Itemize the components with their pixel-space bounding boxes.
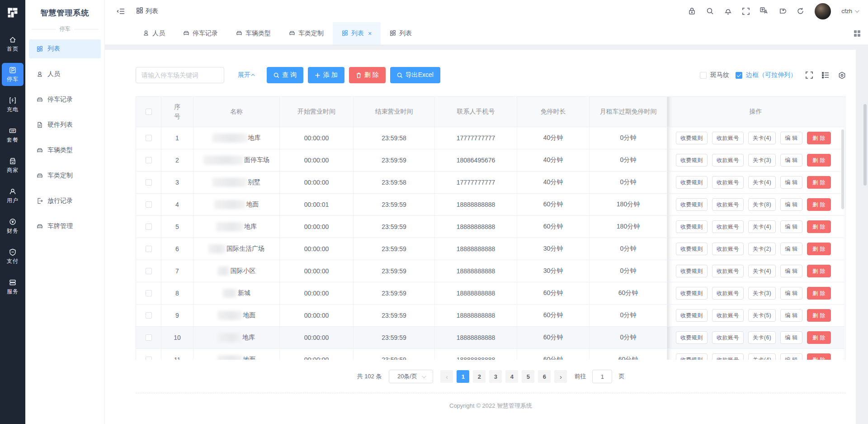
lock-icon[interactable] bbox=[688, 7, 696, 15]
row-delete-button[interactable]: 删 除 bbox=[807, 243, 831, 255]
table-density-icon[interactable] bbox=[822, 71, 829, 79]
page-size-select[interactable]: 20条/页 bbox=[389, 370, 433, 383]
user-menu[interactable]: cfzh bbox=[841, 8, 858, 14]
view-grid-icon[interactable] bbox=[854, 22, 868, 45]
rail-item-套餐[interactable]: VIP 套餐 bbox=[2, 124, 24, 147]
gate-button[interactable]: 关卡(4) bbox=[748, 265, 776, 277]
rail-item-财务[interactable]: 财务 bbox=[2, 214, 24, 238]
tab-停车记录[interactable]: 停车记录 bbox=[174, 22, 227, 45]
select-all-checkbox[interactable] bbox=[146, 109, 152, 115]
rail-item-支付[interactable]: 支付 bbox=[2, 245, 24, 268]
payment-account-button[interactable]: 收款账号 bbox=[712, 154, 744, 167]
payment-account-button[interactable]: 收款账号 bbox=[712, 309, 744, 322]
page-button-3[interactable]: 3 bbox=[489, 370, 502, 383]
fee-rule-button[interactable]: 收费规则 bbox=[676, 176, 708, 189]
row-checkbox[interactable] bbox=[146, 312, 152, 319]
tab-close-icon[interactable]: × bbox=[368, 30, 372, 37]
row-delete-button[interactable]: 删 除 bbox=[807, 198, 831, 211]
search-icon[interactable] bbox=[706, 7, 714, 15]
edit-button[interactable]: 编 辑 bbox=[780, 220, 802, 233]
page-button-6[interactable]: 6 bbox=[538, 370, 551, 383]
gate-button[interactable]: 关卡(4) bbox=[748, 353, 776, 360]
row-checkbox[interactable] bbox=[146, 357, 152, 360]
goto-page-input[interactable] bbox=[592, 370, 612, 383]
sidebar-item-列表[interactable]: 列表 bbox=[29, 39, 101, 58]
add-button[interactable]: 添 加 bbox=[308, 67, 344, 83]
sidebar-item-车辆类型[interactable]: 车辆类型 bbox=[29, 141, 101, 160]
fee-rule-button[interactable]: 收费规则 bbox=[676, 243, 708, 255]
row-checkbox[interactable] bbox=[146, 135, 152, 141]
rail-item-服务[interactable]: 服务 bbox=[2, 275, 24, 298]
edit-button[interactable]: 编 辑 bbox=[780, 198, 802, 211]
translate-icon[interactable] bbox=[760, 7, 768, 15]
edit-button[interactable]: 编 辑 bbox=[780, 265, 802, 277]
prev-page-button[interactable]: ‹ bbox=[440, 370, 453, 383]
payment-account-button[interactable]: 收款账号 bbox=[712, 198, 744, 211]
fee-rule-button[interactable]: 收费规则 bbox=[676, 220, 708, 233]
row-delete-button[interactable]: 删 除 bbox=[807, 132, 831, 144]
fee-rule-button[interactable]: 收费规则 bbox=[676, 331, 708, 344]
gate-button[interactable]: 关卡(4) bbox=[748, 176, 776, 189]
gate-button[interactable]: 关卡(5) bbox=[748, 309, 776, 322]
refresh-icon[interactable] bbox=[797, 7, 804, 15]
row-checkbox[interactable] bbox=[146, 290, 152, 296]
rail-item-用户[interactable]: 用户 bbox=[2, 184, 24, 207]
zebra-checkbox[interactable]: 斑马纹 bbox=[700, 71, 729, 79]
sidebar-item-放行记录[interactable]: 放行记录 bbox=[29, 191, 101, 210]
rail-item-首页[interactable]: 首页 bbox=[2, 33, 24, 56]
fee-rule-button[interactable]: 收费规则 bbox=[676, 265, 708, 277]
row-delete-button[interactable]: 删 除 bbox=[807, 176, 831, 189]
page-button-1[interactable]: 1 bbox=[457, 370, 469, 383]
row-delete-button[interactable]: 删 除 bbox=[807, 154, 831, 167]
row-delete-button[interactable]: 删 除 bbox=[807, 265, 831, 277]
row-delete-button[interactable]: 删 除 bbox=[807, 309, 831, 322]
gate-button[interactable]: 关卡(6) bbox=[748, 331, 776, 344]
payment-account-button[interactable]: 收款账号 bbox=[712, 331, 744, 344]
rail-item-停车[interactable]: 停车 bbox=[2, 63, 24, 86]
rail-item-充电[interactable]: 充电 bbox=[2, 93, 24, 116]
row-delete-button[interactable]: 删 除 bbox=[807, 353, 831, 360]
row-delete-button[interactable]: 删 除 bbox=[807, 220, 831, 233]
fee-rule-button[interactable]: 收费规则 bbox=[676, 132, 708, 144]
tab-列表[interactable]: 列表 bbox=[381, 22, 421, 45]
sidebar-collapse-icon[interactable] bbox=[117, 8, 125, 15]
row-checkbox[interactable] bbox=[146, 201, 152, 208]
gate-button[interactable]: 关卡(8) bbox=[748, 198, 776, 211]
payment-account-button[interactable]: 收款账号 bbox=[712, 176, 744, 189]
delete-button[interactable]: 删 除 bbox=[349, 67, 386, 83]
edit-button[interactable]: 编 辑 bbox=[780, 287, 802, 300]
border-checkbox[interactable]: 边框（可拉伸列） bbox=[736, 71, 797, 79]
sidebar-item-车牌管理[interactable]: 车牌管理 bbox=[29, 217, 101, 236]
tab-列表[interactable]: 列表 × bbox=[333, 22, 381, 45]
payment-account-button[interactable]: 收款账号 bbox=[712, 243, 744, 255]
table-settings-gear-icon[interactable] bbox=[838, 71, 846, 79]
edit-button[interactable]: 编 辑 bbox=[780, 353, 802, 360]
edit-button[interactable]: 编 辑 bbox=[780, 243, 802, 255]
edit-button[interactable]: 编 辑 bbox=[780, 331, 802, 344]
row-delete-button[interactable]: 删 除 bbox=[807, 287, 831, 300]
table-scrollbar-thumb[interactable] bbox=[841, 129, 844, 209]
export-excel-button[interactable]: 导出Excel bbox=[390, 67, 440, 83]
page-button-4[interactable]: 4 bbox=[505, 370, 518, 383]
query-button[interactable]: 查 询 bbox=[267, 67, 303, 83]
row-checkbox[interactable] bbox=[146, 224, 152, 230]
edit-button[interactable]: 编 辑 bbox=[780, 154, 802, 167]
edit-button[interactable]: 编 辑 bbox=[780, 132, 802, 144]
row-delete-button[interactable]: 删 除 bbox=[807, 331, 831, 344]
gate-button[interactable]: 关卡(3) bbox=[748, 154, 776, 167]
fee-rule-button[interactable]: 收费规则 bbox=[676, 198, 708, 211]
payment-account-button[interactable]: 收款账号 bbox=[712, 353, 744, 360]
payment-account-button[interactable]: 收款账号 bbox=[712, 265, 744, 277]
expand-link[interactable]: 展开 bbox=[238, 71, 255, 79]
search-input[interactable] bbox=[136, 67, 224, 83]
payment-account-button[interactable]: 收款账号 bbox=[712, 220, 744, 233]
sidebar-item-人员[interactable]: 人员 bbox=[29, 65, 101, 84]
bell-icon[interactable] bbox=[724, 7, 732, 15]
sidebar-item-停车记录[interactable]: 停车记录 bbox=[29, 90, 101, 109]
page-button-5[interactable]: 5 bbox=[522, 370, 534, 383]
sidebar-item-硬件列表[interactable]: 硬件列表 bbox=[29, 115, 101, 134]
tab-车辆类型[interactable]: 车辆类型 bbox=[227, 22, 280, 45]
payment-account-button[interactable]: 收款账号 bbox=[712, 287, 744, 300]
gate-button[interactable]: 关卡(4) bbox=[748, 132, 776, 144]
user-avatar[interactable] bbox=[815, 3, 831, 19]
